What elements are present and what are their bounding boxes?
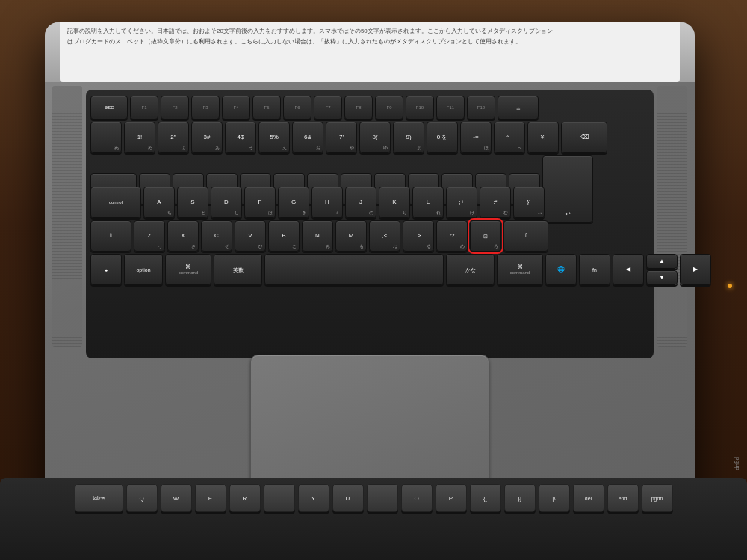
ext-key-p[interactable]: P [436, 484, 467, 512]
key-comma[interactable]: ,<ね [369, 220, 400, 252]
screen-line2: はブログカードのスニペット（抜粋文章分）にも利用されます。こちらに入力しない場合… [67, 37, 672, 46]
key-x[interactable]: Xさ [167, 220, 199, 252]
key-backslash[interactable]: }]↩ [513, 187, 545, 218]
key-f1[interactable]: F1 [130, 96, 158, 119]
key-return[interactable]: ↩ [542, 155, 593, 223]
key-f7[interactable]: F7 [314, 96, 342, 119]
key-command-left[interactable]: ⌘command [165, 254, 211, 285]
scene: 記事の説明を入力してください。日本語では、おおよそ20文字前後の入力をおすすめし… [0, 0, 747, 560]
key-j[interactable]: Jの [345, 187, 376, 218]
key-shift-left[interactable]: ⇧ [90, 220, 131, 252]
external-keyboard: tab⇥ Q W E R T Y U I O P {[ }] |\ del en… [0, 478, 747, 560]
ext-key-q[interactable]: Q [126, 484, 158, 512]
ext-key-del[interactable]: del [573, 484, 604, 512]
key-f9[interactable]: F9 [375, 96, 403, 119]
key-m[interactable]: Mも [335, 220, 367, 252]
ext-key-e[interactable]: E [195, 484, 226, 512]
ext-key-tab[interactable]: tab⇥ [75, 484, 123, 512]
key-arrow-left[interactable]: ◀ [613, 254, 644, 285]
key-colon[interactable]: :*む [480, 187, 511, 218]
key-slash[interactable]: /?め [436, 220, 468, 252]
screen-line1: 記事の説明を入力してください。日本語では、おおよそ20文字前後の入力をおすすめし… [67, 27, 672, 35]
key-f4[interactable]: F4 [222, 96, 250, 119]
key-fn[interactable]: fn [579, 254, 610, 285]
key-highlighted-mu[interactable]: ⊡ ろ [470, 220, 501, 252]
key-0[interactable]: 0 を [427, 122, 458, 153]
screen-text: 記事の説明を入力してください。日本語では、おおよそ20文字前後の入力をおすすめし… [60, 22, 680, 50]
key-c[interactable]: Cそ [201, 220, 232, 252]
key-n[interactable]: Nみ [302, 220, 333, 252]
key-equal[interactable]: ^~へ [494, 122, 525, 153]
key-5[interactable]: 5%え [258, 122, 290, 153]
key-f3[interactable]: F3 [191, 96, 220, 119]
key-l[interactable]: Lれ [412, 187, 444, 218]
ext-key-o[interactable]: O [401, 484, 433, 512]
key-f6[interactable]: F6 [283, 96, 311, 119]
key-f[interactable]: Fは [244, 187, 276, 218]
zxcv-key-row: ⇧ Zっ Xさ Cそ Vひ Bこ Nみ Mも ,<ね .>る /?め ⊡ ろ ⇧ [90, 220, 649, 252]
key-g[interactable]: Gき [278, 187, 309, 218]
key-4[interactable]: 4$う [225, 122, 256, 153]
ext-key-lbracket[interactable]: {[ [470, 484, 501, 512]
key-minus[interactable]: -=ほ [460, 122, 492, 153]
key-esc[interactable]: esc [90, 96, 128, 119]
key-f12[interactable]: F12 [467, 96, 495, 119]
key-shift-right[interactable]: ⇧ [503, 220, 548, 252]
key-period[interactable]: .>る [403, 220, 434, 252]
key-f5[interactable]: F5 [252, 96, 281, 119]
key-caps-lock[interactable]: control [90, 187, 141, 218]
key-z[interactable]: Zっ [134, 220, 165, 252]
key-arrow-down[interactable]: ▼ [646, 270, 678, 285]
key-backspace[interactable]: ⌫ [561, 122, 607, 153]
ext-key-i[interactable]: I [367, 484, 398, 512]
key-k[interactable]: Kり [379, 187, 410, 218]
charging-indicator [728, 284, 732, 288]
key-6[interactable]: 6&お [292, 122, 323, 153]
key-2[interactable]: 2"ふ [158, 122, 189, 153]
screen-content: 記事の説明を入力してください。日本語では、おおよそ20文字前後の入力をおすすめし… [60, 22, 680, 82]
key-v[interactable]: Vひ [235, 220, 266, 252]
key-f8[interactable]: F8 [344, 96, 373, 119]
key-8[interactable]: 8(ゆ [359, 122, 391, 153]
key-globe-left[interactable]: ● [90, 254, 122, 285]
key-d[interactable]: Dし [211, 187, 242, 218]
key-3[interactable]: 3#あ [191, 122, 223, 153]
key-arrow-up[interactable]: ▲ [646, 254, 678, 269]
speaker-left [52, 86, 82, 347]
key-space[interactable] [264, 254, 444, 285]
ext-key-pgdn[interactable]: pgdn [642, 484, 673, 512]
ext-key-end[interactable]: end [607, 484, 639, 512]
ext-key-u[interactable]: U [332, 484, 364, 512]
key-7[interactable]: 7'や [326, 122, 357, 153]
fn-key-row: esc F1 F2 F3 F4 F5 F6 F7 F8 F9 F10 F11 F… [90, 96, 649, 119]
ext-key-backslash[interactable]: |\ [539, 484, 570, 512]
key-s[interactable]: Sと [177, 187, 208, 218]
key-f10[interactable]: F10 [406, 96, 434, 119]
key-b[interactable]: Bこ [268, 220, 300, 252]
key-grave[interactable]: ~ぬ [90, 122, 122, 153]
screen-area: 記事の説明を入力してください。日本語では、おおよそ20文字前後の入力をおすすめし… [45, 22, 695, 82]
ext-key-y[interactable]: Y [298, 484, 329, 512]
number-key-row: ~ぬ 1!ぬ 2"ふ 3#あ 4$う 5%え 6&お 7'や 8(ゆ 9)よ 0… [90, 122, 649, 153]
key-eisu[interactable]: 英数 [214, 254, 262, 285]
ext-key-rbracket[interactable]: }] [504, 484, 536, 512]
key-9[interactable]: 9)よ [393, 122, 424, 153]
key-globe-right[interactable]: 🌐 [545, 254, 577, 285]
key-yen[interactable]: ¥| [527, 122, 559, 153]
ext-key-w[interactable]: W [161, 484, 192, 512]
key-a[interactable]: Aち [143, 187, 175, 218]
key-option[interactable]: option [124, 254, 163, 285]
key-arrow-right[interactable]: ▶ [680, 254, 711, 285]
ext-key-r[interactable]: R [229, 484, 261, 512]
ext-key-t[interactable]: T [264, 484, 295, 512]
key-kana[interactable]: かな [446, 254, 495, 285]
speaker-right [657, 86, 687, 347]
key-h[interactable]: Hく [311, 187, 343, 218]
key-semicolon[interactable]: ;+け [446, 187, 477, 218]
bottom-key-row: ● option ⌘command 英数 かな ⌘command 🌐 fn ◀ … [90, 254, 649, 285]
key-f2[interactable]: F2 [161, 96, 189, 119]
key-command-right[interactable]: ⌘command [497, 254, 543, 285]
key-f11[interactable]: F11 [436, 96, 465, 119]
key-1[interactable]: 1!ぬ [124, 122, 155, 153]
key-power[interactable]: ⏏ [498, 96, 539, 119]
